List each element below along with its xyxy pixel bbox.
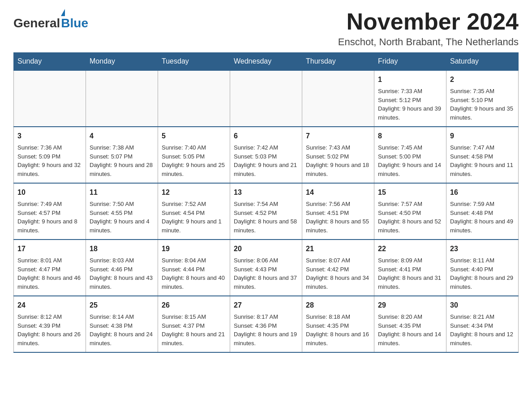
- day-info: Sunrise: 7:49 AM: [17, 200, 82, 209]
- day-info: Daylight: 9 hours and 1 minute.: [162, 217, 226, 235]
- calendar-cell: 19Sunrise: 8:04 AMSunset: 4:44 PMDayligh…: [158, 240, 230, 296]
- calendar-cell: 27Sunrise: 8:17 AMSunset: 4:36 PMDayligh…: [230, 296, 302, 352]
- day-info: Sunset: 4:58 PM: [450, 152, 515, 161]
- calendar-cell: [302, 70, 374, 127]
- day-info: Sunrise: 7:56 AM: [306, 200, 370, 209]
- day-info: Sunset: 5:00 PM: [378, 152, 442, 161]
- day-info: Sunrise: 7:36 AM: [17, 143, 82, 152]
- day-info: Sunset: 4:55 PM: [90, 209, 154, 218]
- day-info: Sunrise: 8:03 AM: [90, 256, 154, 265]
- day-info: Sunrise: 7:59 AM: [450, 200, 515, 209]
- day-info: Sunset: 4:37 PM: [162, 321, 226, 330]
- calendar-cell: 23Sunrise: 8:11 AMSunset: 4:40 PMDayligh…: [446, 240, 519, 296]
- calendar-cell: 4Sunrise: 7:38 AMSunset: 5:07 PMDaylight…: [86, 127, 158, 183]
- day-info: Sunset: 5:02 PM: [306, 152, 370, 161]
- logo-general-text: General: [13, 16, 60, 30]
- day-number: 9: [450, 131, 515, 141]
- day-info: Sunrise: 7:57 AM: [378, 200, 442, 209]
- day-info: Daylight: 9 hours and 14 minutes.: [378, 161, 442, 178]
- day-info: Sunrise: 8:09 AM: [378, 256, 442, 265]
- day-info: Daylight: 9 hours and 21 minutes.: [234, 161, 298, 178]
- day-number: 19: [162, 244, 226, 254]
- calendar-header-thursday: Thursday: [302, 53, 374, 71]
- day-info: Daylight: 9 hours and 28 minutes.: [90, 161, 154, 178]
- calendar-week-row: 10Sunrise: 7:49 AMSunset: 4:57 PMDayligh…: [14, 183, 519, 240]
- day-info: Sunset: 4:51 PM: [306, 209, 370, 218]
- day-info: Daylight: 8 hours and 14 minutes.: [378, 330, 442, 347]
- day-info: Sunrise: 7:43 AM: [306, 143, 370, 152]
- day-info: Daylight: 8 hours and 26 minutes.: [17, 330, 82, 347]
- day-info: Daylight: 8 hours and 24 minutes.: [90, 330, 154, 347]
- day-info: Sunset: 5:12 PM: [378, 96, 442, 105]
- day-number: 11: [90, 187, 154, 198]
- day-number: 5: [162, 131, 226, 141]
- day-number: 26: [162, 300, 226, 311]
- calendar-header-saturday: Saturday: [446, 53, 519, 71]
- day-info: Sunset: 4:44 PM: [162, 265, 226, 274]
- day-info: Sunset: 4:42 PM: [306, 265, 370, 274]
- day-info: Daylight: 8 hours and 29 minutes.: [450, 274, 515, 291]
- calendar-cell: 2Sunrise: 7:35 AMSunset: 5:10 PMDaylight…: [446, 70, 519, 127]
- day-info: Sunset: 5:05 PM: [162, 152, 226, 161]
- day-info: Daylight: 9 hours and 18 minutes.: [306, 161, 370, 178]
- day-info: Sunset: 5:03 PM: [234, 152, 298, 161]
- day-number: 17: [17, 244, 82, 254]
- day-info: Sunset: 4:38 PM: [90, 321, 154, 330]
- calendar-cell: 12Sunrise: 7:52 AMSunset: 4:54 PMDayligh…: [158, 183, 230, 240]
- calendar-cell: 14Sunrise: 7:56 AMSunset: 4:51 PMDayligh…: [302, 183, 374, 240]
- day-number: 18: [90, 244, 154, 254]
- day-number: 4: [90, 131, 154, 141]
- day-info: Sunset: 4:43 PM: [234, 265, 298, 274]
- day-info: Daylight: 8 hours and 16 minutes.: [306, 330, 370, 347]
- day-number: 23: [450, 244, 515, 254]
- day-info: Sunrise: 8:18 AM: [306, 313, 370, 321]
- calendar-cell: [86, 70, 158, 127]
- day-info: Sunset: 4:48 PM: [450, 209, 515, 218]
- calendar-cell: 18Sunrise: 8:03 AMSunset: 4:46 PMDayligh…: [86, 240, 158, 296]
- month-year-title: November 2024: [338, 9, 519, 34]
- day-info: Daylight: 8 hours and 31 minutes.: [378, 274, 442, 291]
- calendar-week-row: 1Sunrise: 7:33 AMSunset: 5:12 PMDaylight…: [14, 70, 519, 127]
- day-info: Sunset: 5:10 PM: [450, 96, 515, 105]
- day-info: Sunrise: 8:07 AM: [306, 256, 370, 265]
- calendar-week-row: 17Sunrise: 8:01 AMSunset: 4:47 PMDayligh…: [14, 240, 519, 296]
- day-number: 14: [306, 187, 370, 198]
- day-info: Daylight: 9 hours and 35 minutes.: [450, 104, 515, 122]
- day-info: Daylight: 8 hours and 19 minutes.: [234, 330, 298, 347]
- day-info: Daylight: 8 hours and 49 minutes.: [450, 217, 515, 235]
- calendar-header-friday: Friday: [374, 53, 446, 71]
- day-info: Sunset: 4:35 PM: [378, 321, 442, 330]
- calendar-cell: 5Sunrise: 7:40 AMSunset: 5:05 PMDaylight…: [158, 127, 230, 183]
- calendar-week-row: 3Sunrise: 7:36 AMSunset: 5:09 PMDaylight…: [14, 127, 519, 183]
- day-number: 29: [378, 300, 442, 311]
- day-info: Sunset: 4:50 PM: [378, 209, 442, 218]
- day-info: Sunrise: 7:38 AM: [90, 143, 154, 152]
- day-number: 6: [234, 131, 298, 141]
- calendar-cell: 22Sunrise: 8:09 AMSunset: 4:41 PMDayligh…: [374, 240, 446, 296]
- day-info: Daylight: 8 hours and 12 minutes.: [450, 330, 515, 347]
- day-info: Sunrise: 7:54 AM: [234, 200, 298, 209]
- day-info: Sunrise: 7:52 AM: [162, 200, 226, 209]
- day-number: 22: [378, 244, 442, 254]
- day-info: Daylight: 8 hours and 46 minutes.: [17, 274, 82, 291]
- day-number: 10: [17, 187, 82, 198]
- day-number: 16: [450, 187, 515, 198]
- calendar-cell: 25Sunrise: 8:14 AMSunset: 4:38 PMDayligh…: [86, 296, 158, 352]
- logo-blue-text: Blue: [61, 16, 88, 30]
- day-number: 24: [17, 300, 82, 311]
- day-info: Sunset: 5:09 PM: [17, 152, 82, 161]
- day-info: Daylight: 8 hours and 58 minutes.: [234, 217, 298, 235]
- day-number: 12: [162, 187, 226, 198]
- day-info: Sunrise: 8:17 AM: [234, 313, 298, 321]
- day-info: Daylight: 8 hours and 34 minutes.: [306, 274, 370, 291]
- calendar-cell: 17Sunrise: 8:01 AMSunset: 4:47 PMDayligh…: [14, 240, 86, 296]
- day-info: Sunrise: 7:45 AM: [378, 143, 442, 152]
- calendar-header-row: SundayMondayTuesdayWednesdayThursdayFrid…: [14, 53, 519, 71]
- calendar-cell: 9Sunrise: 7:47 AMSunset: 4:58 PMDaylight…: [446, 127, 519, 183]
- day-number: 7: [306, 131, 370, 141]
- page-header: General Blue November 2024 Enschot, Nort…: [13, 9, 519, 48]
- logo: General Blue: [13, 9, 88, 30]
- day-info: Daylight: 9 hours and 25 minutes.: [162, 161, 226, 178]
- day-info: Sunrise: 8:06 AM: [234, 256, 298, 265]
- calendar-cell: 20Sunrise: 8:06 AMSunset: 4:43 PMDayligh…: [230, 240, 302, 296]
